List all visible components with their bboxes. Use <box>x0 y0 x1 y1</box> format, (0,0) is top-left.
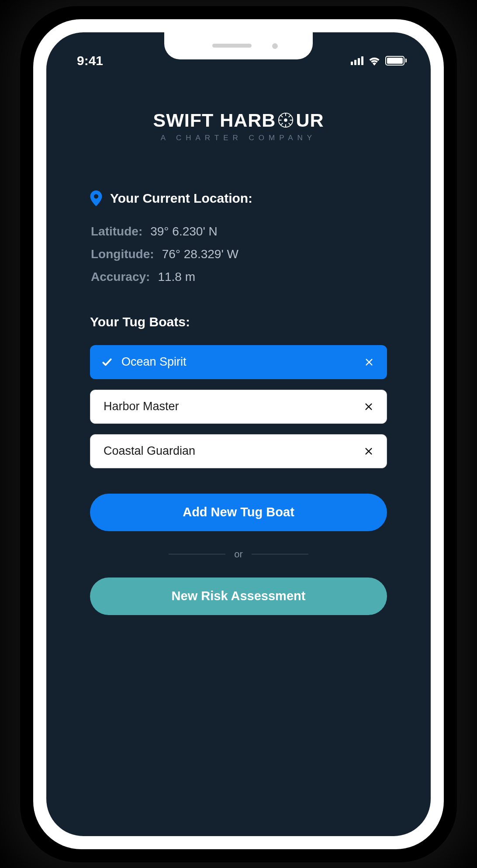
svg-line-7 <box>289 123 291 125</box>
boat-name: Coastal Guardian <box>104 444 195 458</box>
svg-line-9 <box>281 123 283 125</box>
location-details: Latitude: 39° 6.230' N Longitude: 76° 28… <box>90 225 387 284</box>
close-icon[interactable] <box>364 446 373 456</box>
tug-boat-item-selected[interactable]: Ocean Spirit <box>90 345 387 379</box>
divider-text: or <box>234 549 243 560</box>
notch-camera <box>272 43 278 49</box>
check-icon <box>101 356 113 368</box>
boat-name: Ocean Spirit <box>121 355 187 369</box>
tug-boat-list: Ocean Spirit Harbor Master Coastal Guard… <box>90 345 387 468</box>
status-icons <box>351 56 407 66</box>
add-tug-boat-button[interactable]: Add New Tug Boat <box>90 494 387 531</box>
accuracy-value: 11.8 m <box>158 270 195 284</box>
cellular-signal-icon <box>351 56 363 65</box>
app-logo: SWIFT HARB <box>90 110 387 142</box>
location-header: Your Current Location: <box>90 190 387 206</box>
close-icon[interactable] <box>364 402 373 412</box>
logo-part3: UR <box>296 110 324 131</box>
latitude-row: Latitude: 39° 6.230' N <box>91 225 387 239</box>
phone-mockup: 9:41 SWIFT <box>33 19 444 849</box>
logo-part2: HARB <box>220 110 276 131</box>
notch-speaker <box>212 44 252 48</box>
svg-line-6 <box>281 115 283 118</box>
tug-boat-item[interactable]: Harbor Master <box>90 390 387 424</box>
new-risk-assessment-button[interactable]: New Risk Assessment <box>90 578 387 615</box>
location-title: Your Current Location: <box>110 191 252 206</box>
svg-line-8 <box>289 115 291 118</box>
boat-name: Harbor Master <box>104 400 179 413</box>
logo-part1: SWIFT <box>153 110 214 131</box>
compass-icon <box>277 111 294 129</box>
logo-main: SWIFT HARB <box>90 110 387 131</box>
boats-header: Your Tug Boats: <box>90 315 387 329</box>
divider-line <box>169 554 225 554</box>
logo-subtitle: A CHARTER COMPANY <box>90 134 387 142</box>
phone-notch <box>164 32 313 59</box>
latitude-label: Latitude: <box>91 225 142 239</box>
divider: or <box>90 549 387 560</box>
main-content: SWIFT HARB <box>46 73 431 615</box>
status-time: 9:41 <box>77 53 103 68</box>
battery-icon <box>385 56 407 66</box>
longitude-row: Longitude: 76° 28.329' W <box>91 247 387 261</box>
wifi-icon <box>368 56 381 66</box>
phone-screen: 9:41 SWIFT <box>46 32 431 836</box>
accuracy-label: Accuracy: <box>91 270 150 284</box>
location-pin-icon <box>90 190 102 206</box>
longitude-value: 76° 28.329' W <box>162 247 238 261</box>
tug-boat-item[interactable]: Coastal Guardian <box>90 434 387 468</box>
longitude-label: Longitude: <box>91 247 154 261</box>
latitude-value: 39° 6.230' N <box>150 225 218 239</box>
accuracy-row: Accuracy: 11.8 m <box>91 270 387 284</box>
svg-point-1 <box>285 119 287 121</box>
divider-line <box>252 554 308 554</box>
close-icon[interactable] <box>364 357 374 367</box>
